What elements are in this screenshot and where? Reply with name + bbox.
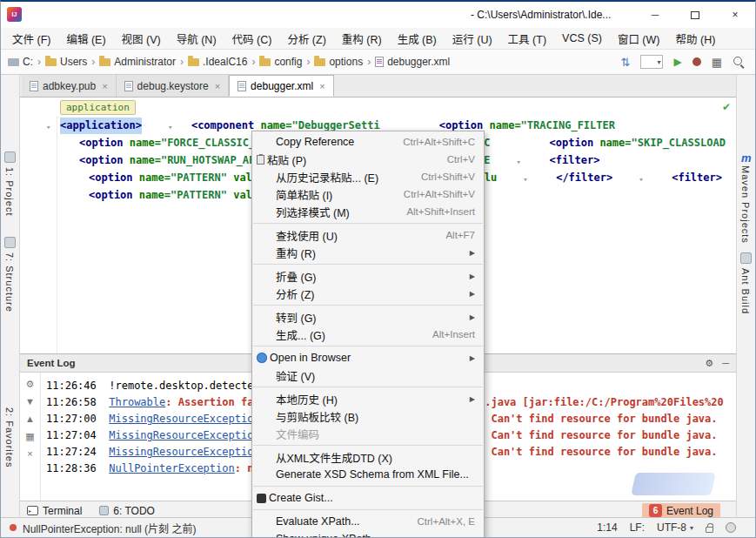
debug-icon[interactable] [692, 57, 701, 66]
close-button[interactable]: × [715, 2, 755, 28]
layout-icon[interactable]: ▦ [24, 430, 37, 442]
context-menu-item[interactable]: 分析 (Z)▶ [252, 285, 484, 302]
context-menu-item[interactable]: Show unique XPath [252, 530, 484, 538]
breadcrumb-item[interactable]: C: [8, 56, 33, 68]
tool-button-maven-projects[interactable]: Maven Projects [740, 165, 751, 244]
maven-icon[interactable]: m [741, 151, 752, 165]
breadcrumb-tag[interactable]: application [60, 100, 136, 115]
settings-icon[interactable]: ⚙ [24, 378, 37, 390]
editor-tab[interactable]: debugger.xml× [229, 75, 333, 97]
inspection-status-icon[interactable]: ✔ [722, 101, 731, 113]
breadcrumb-item[interactable]: Administrator [99, 56, 176, 68]
context-menu-item[interactable]: Create Gist... [252, 489, 484, 507]
context-menu-item[interactable]: 列选择模式 (M)Alt+Shift+Insert [252, 203, 484, 220]
code-line[interactable]: <option name="PATTERN" valu [20, 189, 258, 201]
code-line[interactable]: ▾<application> [20, 119, 142, 131]
structure-tool-icon[interactable] [4, 237, 16, 248]
fold-marker-icon[interactable]: ▾ [517, 154, 521, 171]
menubar-item[interactable]: 窗口 (W) [610, 28, 668, 50]
close-tab-icon[interactable]: × [215, 81, 220, 91]
code-line[interactable]: <option name="SKIP_CLASSLOAD [491, 137, 726, 149]
context-menu-item[interactable]: 与剪贴板比较 (B) [252, 407, 484, 425]
tool-button-terminal[interactable]: Terminal [27, 505, 82, 517]
caret-position[interactable]: 1:14 [597, 521, 617, 534]
breadcrumb-item[interactable]: Users [45, 56, 87, 68]
code-line[interactable]: <option name="RUN_HOTSWAP_AF [20, 154, 255, 166]
line-separator[interactable]: LF: [630, 521, 645, 534]
readonly-lock-icon[interactable] [706, 527, 713, 533]
code-line[interactable]: ▾<filter> [612, 171, 722, 184]
menubar-item[interactable]: 代码 (C) [224, 28, 280, 50]
tool-button-project[interactable]: 1: Project [4, 167, 15, 216]
grid-icon[interactable]: ▦ [712, 56, 722, 69]
context-menu-item[interactable]: 从XML文件生成DTD (X) [252, 448, 484, 466]
expand-icon[interactable]: ▲ [24, 413, 37, 425]
run-icon[interactable]: ▶ [673, 56, 681, 68]
minimize-button[interactable]: ─ [635, 2, 675, 28]
fold-marker-icon[interactable]: ▾ [523, 171, 527, 188]
scroll-sort-icon[interactable]: ⇅ [621, 56, 631, 69]
context-menu-item[interactable]: 查找使用 (U)Alt+F7 [252, 226, 484, 244]
close-tab-icon[interactable]: × [319, 81, 324, 91]
menubar-item[interactable]: 重构 (R) [334, 28, 390, 50]
breadcrumb-item[interactable]: debugger.xml [375, 56, 450, 68]
exception-link[interactable]: MissingResourceException [109, 413, 259, 425]
ant-icon[interactable] [740, 252, 752, 264]
context-menu-item[interactable]: 本地历史 (H)▶ [252, 390, 484, 407]
run-config-combo[interactable]: ▾ [640, 55, 663, 69]
gear-icon[interactable]: ⚙ [705, 358, 713, 369]
exception-link[interactable]: NullPointerException [109, 462, 235, 474]
breadcrumb-item[interactable]: config [259, 56, 302, 68]
project-tool-icon[interactable] [4, 151, 16, 163]
menubar-item[interactable]: 视图 (V) [114, 28, 169, 50]
tool-button-structure[interactable]: 7: Structure [4, 252, 15, 313]
menubar-item[interactable]: 生成 (B) [390, 28, 445, 50]
hide-panel-icon[interactable]: ─ [722, 358, 729, 368]
menubar-item[interactable]: 运行 (U) [445, 28, 500, 50]
code-line[interactable]: <option name="PATTERN" valu [20, 171, 258, 184]
fold-marker-icon[interactable]: ▾ [639, 171, 643, 188]
editor-tab[interactable]: debug.keystore× [117, 75, 230, 97]
context-menu-item[interactable]: 从历史记录粘贴... (E)Ctrl+Shift+V [252, 168, 484, 185]
tool-button-ant-build[interactable]: Ant Build [740, 268, 751, 314]
menubar-item[interactable]: 导航 (N) [169, 28, 224, 50]
search-icon[interactable] [733, 56, 745, 68]
context-menu-item[interactable]: 简单粘贴 (I)Ctrl+Alt+Shift+V [252, 185, 484, 203]
context-menu-item[interactable]: 重构 (R)▶ [252, 244, 484, 261]
exception-link[interactable]: MissingResourceException [109, 429, 259, 441]
fold-marker-icon[interactable]: ▾ [46, 119, 50, 136]
menubar-item[interactable]: 文件 (F) [4, 28, 58, 50]
context-menu-item[interactable]: 验证 (V) [252, 367, 484, 384]
maximize-button[interactable] [675, 2, 715, 28]
status-message[interactable]: NullPointerException: null (片刻 之前) [23, 521, 196, 535]
breadcrumb-item[interactable]: .IdealC16 [188, 56, 247, 68]
code-line[interactable]: ▾<filter> [491, 154, 600, 166]
clear-all-icon[interactable]: × [24, 447, 37, 460]
code-line[interactable]: <option name="FORCE_CLASSIC_ [20, 137, 255, 149]
menubar-item[interactable]: 工具 (T) [500, 28, 554, 50]
context-menu-item[interactable]: 生成... (G)Alt+Insert [252, 326, 484, 343]
code-line[interactable]: ▾</filter> [497, 171, 612, 184]
breadcrumb-item[interactable]: options [314, 56, 363, 68]
menubar-item[interactable]: VCS (S) [554, 30, 610, 47]
context-menu-item[interactable]: 折叠 (G)▶ [252, 267, 484, 285]
tool-button-event-log[interactable]: 6 Event Log [642, 503, 720, 518]
context-menu-item[interactable]: Generate XSD Schema from XML File... [252, 466, 484, 483]
context-menu-item[interactable]: 粘贴 (P)Ctrl+V [252, 151, 484, 168]
context-menu-item[interactable]: 转到 (G)▶ [252, 308, 484, 326]
exception-link[interactable]: MissingResourceException [109, 446, 259, 458]
context-menu-item[interactable]: Evaluate XPath...Ctrl+Alt+X, E [252, 513, 484, 530]
filter-icon[interactable]: ▼ [24, 395, 37, 407]
context-menu-item[interactable]: Copy ReferenceCtrl+Alt+Shift+C [252, 133, 484, 151]
menubar-item[interactable]: 帮助 (H) [668, 28, 724, 50]
editor-tab[interactable]: adbkey.pub× [22, 75, 117, 97]
menubar-item[interactable]: 编辑 (E) [58, 28, 113, 50]
tool-button-favorites[interactable]: 2: Favorites [4, 407, 15, 467]
close-tab-icon[interactable]: × [102, 81, 107, 91]
tool-button-todo[interactable]: 6: TODO [99, 505, 155, 517]
exception-link[interactable]: Throwable [109, 396, 165, 408]
fold-marker-icon[interactable]: ▾ [168, 119, 172, 136]
menubar-item[interactable]: 分析 (Z) [279, 28, 333, 50]
code-line[interactable]: <option name="TRACING_FILTER [380, 119, 615, 131]
context-menu-item[interactable]: Open in Browser▶ [252, 349, 484, 367]
